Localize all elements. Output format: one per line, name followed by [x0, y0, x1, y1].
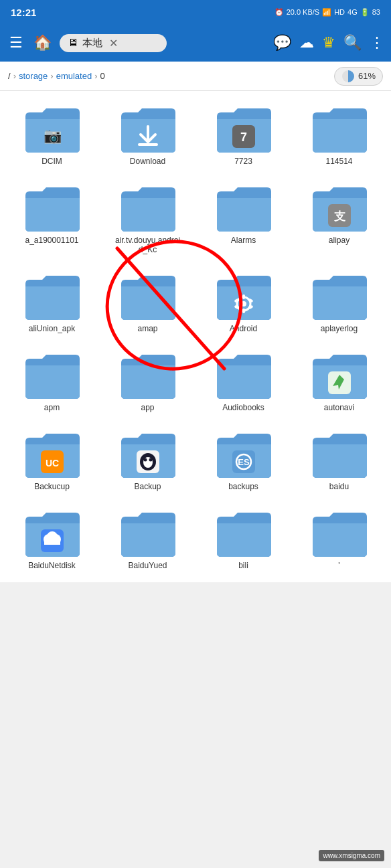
folder-app-icon — [118, 349, 178, 400]
folder-backups[interactable]: ES backups — [197, 423, 290, 497]
folder-autonavi-label: autonavi — [324, 403, 354, 412]
status-icons: ⏰ 20.0 KB/S 📶 HD 4G 🔋 83 — [275, 8, 380, 17]
folder-baidunetdisk-icon — [22, 507, 82, 558]
folder-unknown[interactable]: ' — [293, 502, 386, 576]
folder-baidu-label: baidu — [329, 482, 349, 491]
folder-audiobooks-label: Audiobooks — [222, 403, 264, 412]
crown-icon[interactable]: ♛ — [322, 34, 335, 52]
nav-tab-label: 本地 — [82, 37, 102, 50]
nav-tab-close-icon[interactable]: ✕ — [109, 37, 118, 50]
folder-alipay[interactable]: 支 alipay — [293, 177, 386, 260]
nav-actions: 💬 ☁ ♛ 🔍 ⋮ — [273, 34, 384, 52]
chat-icon[interactable]: 💬 — [273, 34, 291, 52]
folder-apm-label: apm — [44, 403, 60, 412]
folder-app[interactable]: app — [101, 344, 194, 418]
folder-baiduyued-label: BaiduYued — [128, 561, 167, 570]
network-icon: 4G — [347, 8, 358, 16]
folder-amap-label: amap — [137, 324, 157, 333]
folder-baidunetdisk[interactable]: BaiduNetdisk — [5, 502, 98, 576]
svg-point-25 — [143, 458, 147, 462]
folder-alarms-label: Alarms — [231, 236, 256, 245]
folder-audiobooks[interactable]: Audiobooks — [197, 344, 290, 418]
file-grid-wrapper: 📷 DCIM Download 7 7723 — [0, 91, 391, 582]
cloud-icon[interactable]: ☁ — [299, 34, 314, 52]
folder-amap[interactable]: amap — [101, 265, 194, 339]
folder-backup-label: Backup — [134, 482, 161, 491]
search-icon[interactable]: 🔍 — [343, 34, 362, 52]
folder-backup-icon — [118, 428, 178, 479]
folder-app-label: app — [141, 403, 154, 412]
battery-icon: 🔋 — [360, 8, 370, 17]
folder-a_a190001101[interactable]: a_a190001101 — [5, 177, 98, 260]
folder-bili[interactable]: bili — [197, 502, 290, 576]
folder-backup[interactable]: Backup — [101, 423, 194, 497]
folder-amap-icon — [118, 270, 178, 321]
folder-backucup[interactable]: UC Backucup — [5, 423, 98, 497]
storage-badge: 61% — [334, 67, 383, 86]
folder-114514-label: 114514 — [325, 157, 352, 166]
folder-download[interactable]: Download — [101, 98, 194, 171]
battery-level: 83 — [372, 8, 380, 16]
folder-dcim-label: DCIM — [42, 157, 62, 166]
menu-icon[interactable]: ☰ — [7, 31, 25, 54]
svg-rect-13 — [242, 309, 245, 313]
breadcrumb-storage[interactable]: storage — [19, 71, 48, 81]
folder-backucup-icon: UC — [22, 428, 82, 479]
folder-alarms[interactable]: Alarms — [197, 177, 290, 260]
folder-autonavi[interactable]: autonavi — [293, 344, 386, 418]
home-icon[interactable]: 🏠 — [31, 31, 54, 54]
folder-aplayerlog[interactable]: aplayerlog — [293, 265, 386, 339]
nav-bar: ☰ 🏠 🖥 本地 ✕ 💬 ☁ ♛ 🔍 ⋮ — [0, 24, 391, 62]
folder-backucup-label: Backucup — [34, 482, 70, 491]
folder-dcim-icon: 📷 — [22, 103, 82, 154]
folder-backups-icon: ES — [214, 428, 274, 479]
more-icon[interactable]: ⋮ — [370, 34, 384, 52]
folder-apm-icon — [22, 349, 82, 400]
svg-text:7: 7 — [240, 131, 246, 144]
folder-aliunion-label: aliUnion_apk — [29, 324, 75, 333]
folder-android-label: Android — [230, 324, 257, 333]
svg-text:支: 支 — [333, 210, 345, 223]
folder-unknown-label: ' — [338, 561, 339, 570]
folder-alarms-icon — [214, 182, 274, 233]
clock-icon: ⏰ — [275, 8, 284, 17]
svg-rect-12 — [242, 294, 245, 299]
svg-point-26 — [149, 458, 152, 462]
folder-a_a190001101-icon — [22, 182, 82, 233]
folder-7723[interactable]: 7 7723 — [197, 98, 290, 171]
folder-baiduyued[interactable]: BaiduYued — [101, 502, 194, 576]
folder-a_a190001101-label: a_a190001101 — [25, 236, 78, 245]
svg-rect-34 — [44, 539, 60, 545]
folder-download-icon — [118, 103, 178, 154]
breadcrumb-current[interactable]: 0 — [100, 71, 105, 81]
hd-badge: HD — [334, 8, 345, 16]
folder-baidunetdisk-label: BaiduNetdisk — [28, 561, 76, 570]
folder-7723-label: 7723 — [234, 157, 252, 166]
folder-aliunion-icon — [22, 270, 82, 321]
nav-tab-local[interactable]: 🖥 本地 ✕ — [60, 34, 167, 52]
folder-aliunion[interactable]: aliUnion_apk — [5, 265, 98, 339]
folder-backups-label: backups — [228, 482, 258, 491]
breadcrumb-emulated[interactable]: emulated — [56, 71, 92, 81]
folder-7723-icon: 7 — [214, 103, 274, 154]
svg-point-11 — [241, 301, 246, 307]
folder-android[interactable]: Android — [197, 265, 290, 339]
folder-air-tv[interactable]: air.tv.douyu.android_Kc — [101, 177, 194, 260]
folder-baidu-icon — [309, 428, 370, 479]
storage-percent: 61% — [358, 71, 376, 81]
folder-baidu[interactable]: baidu — [293, 423, 386, 497]
folder-audiobooks-icon — [214, 349, 274, 400]
folder-dcim[interactable]: 📷 DCIM — [5, 98, 98, 171]
folder-alipay-icon: 支 — [309, 182, 370, 233]
folder-114514[interactable]: 114514 — [293, 98, 386, 171]
speed-indicator: 20.0 KB/S — [287, 8, 320, 16]
folder-air-tv-label: air.tv.douyu.android_Kc — [114, 236, 181, 254]
nav-tab-folder-icon: 🖥 — [68, 37, 78, 49]
svg-text:ES: ES — [238, 457, 250, 467]
status-bar: 12:21 ⏰ 20.0 KB/S 📶 HD 4G 🔋 83 — [0, 0, 391, 24]
breadcrumb-root[interactable]: / — [8, 71, 11, 81]
folder-download-label: Download — [130, 157, 165, 166]
folder-unknown-icon — [309, 507, 370, 558]
folder-android-icon — [214, 270, 274, 321]
folder-apm[interactable]: apm — [5, 344, 98, 418]
